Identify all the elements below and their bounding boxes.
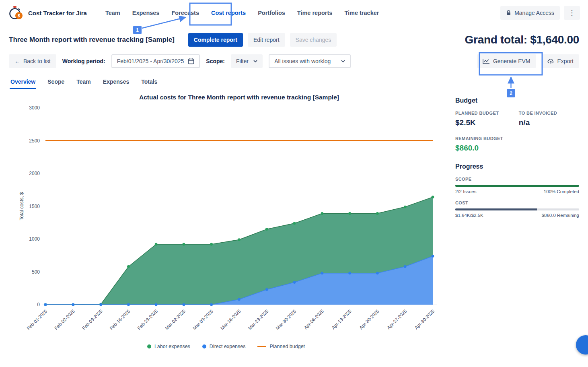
chevron-down-icon bbox=[341, 60, 345, 62]
report-actions: Complete report Edit report Save changes bbox=[188, 33, 337, 47]
to-be-invoiced-value: n/a bbox=[519, 118, 579, 127]
svg-text:Apr-06-2025: Apr-06-2025 bbox=[303, 309, 325, 330]
worklog-period-value: Feb/01/2025 - Apr/30/2025 bbox=[117, 58, 184, 64]
nav-item-time-tracker[interactable]: Time tracker bbox=[344, 10, 379, 16]
svg-text:2500: 2500 bbox=[29, 138, 40, 144]
svg-text:Mar-09-2025: Mar-09-2025 bbox=[192, 309, 214, 331]
calendar-icon bbox=[188, 58, 194, 64]
tab-team[interactable]: Team bbox=[76, 77, 92, 89]
svg-text:Feb-16-2025: Feb-16-2025 bbox=[109, 309, 131, 331]
svg-text:Actual costs for Three Month r: Actual costs for Three Month report with… bbox=[139, 94, 339, 101]
scope-progress-fill bbox=[455, 185, 579, 187]
tab-totals[interactable]: Totals bbox=[140, 77, 158, 89]
svg-text:Mar-23-2025: Mar-23-2025 bbox=[247, 309, 269, 331]
scope-label: Scope: bbox=[206, 58, 225, 64]
svg-text:Apr-30-2025: Apr-30-2025 bbox=[414, 309, 436, 330]
legend-label: Planned budget bbox=[269, 344, 305, 349]
svg-text:Feb-23-2025: Feb-23-2025 bbox=[136, 309, 158, 331]
cost-progress-right: $860.0 Remaining bbox=[542, 213, 579, 218]
remaining-budget: REMAINING BUDGET $860.0 bbox=[455, 136, 519, 153]
cost-progress: COST $1.64K/$2.5K $860.0 Remaining bbox=[455, 200, 579, 218]
cloud-export-icon bbox=[547, 58, 554, 64]
scope-progress-right: 100% Completed bbox=[544, 189, 579, 194]
svg-text:Feb-09-2025: Feb-09-2025 bbox=[81, 309, 103, 331]
nav-item-team[interactable]: Team bbox=[105, 10, 120, 16]
nav-item-forecasts[interactable]: Forecasts bbox=[171, 10, 199, 16]
page-title: Three Month report with revenue tracking… bbox=[9, 36, 175, 44]
budget-title: Budget bbox=[455, 97, 579, 104]
nav-item-time-reports[interactable]: Time reports bbox=[297, 10, 333, 16]
chart-line-icon bbox=[483, 58, 490, 64]
svg-text:Apr-20-2025: Apr-20-2025 bbox=[358, 309, 380, 330]
main-content: Actual costs for Three Month report with… bbox=[0, 89, 588, 349]
svg-text:Apr-27-2025: Apr-27-2025 bbox=[386, 309, 408, 330]
legend-item-direct-expenses[interactable]: Direct expenses bbox=[202, 344, 246, 349]
planned-budget-value: $2.5K bbox=[455, 118, 519, 127]
planned-budget-label: PLANNED BUDGET bbox=[455, 111, 519, 115]
grand-total: Grand total: $1,640.00 bbox=[465, 33, 579, 46]
save-changes-button[interactable]: Save changes bbox=[290, 33, 337, 47]
nav-item-expenses[interactable]: Expenses bbox=[132, 10, 160, 16]
generate-evm-label: Generate EVM bbox=[493, 58, 530, 64]
svg-text:Feb-01-2025: Feb-01-2025 bbox=[26, 309, 48, 331]
direct-expenses-swatch bbox=[202, 344, 206, 348]
top-bar: $ Cost Tracker for Jira TeamExpensesFore… bbox=[0, 0, 588, 26]
svg-text:1500: 1500 bbox=[29, 204, 40, 209]
budget-panel: Budget PLANNED BUDGET $2.5K TO BE INVOIC… bbox=[449, 91, 588, 349]
manage-access-button[interactable]: Manage Access bbox=[500, 6, 560, 20]
kebab-menu-button[interactable]: ⋮ bbox=[564, 6, 580, 20]
scope-progress-label: SCOPE bbox=[455, 177, 579, 181]
edit-report-button[interactable]: Edit report bbox=[248, 33, 285, 47]
report-title-row: Three Month report with revenue tracking… bbox=[0, 26, 588, 49]
planned-budget: PLANNED BUDGET $2.5K bbox=[455, 111, 519, 127]
scope-progress-bar bbox=[455, 185, 579, 187]
svg-text:3000: 3000 bbox=[29, 105, 40, 111]
report-toolbar: ← Back to list Worklog period: Feb/01/20… bbox=[0, 49, 588, 71]
header-actions: Manage Access ⋮ bbox=[500, 6, 580, 20]
back-to-list-label: Back to list bbox=[23, 58, 51, 64]
filter-select[interactable]: Filter bbox=[231, 54, 263, 68]
tab-overview[interactable]: Overview bbox=[10, 77, 36, 89]
chart-legend: Labor expensesDirect expensesPlanned bud… bbox=[3, 344, 449, 349]
svg-text:Feb-02-2025: Feb-02-2025 bbox=[53, 309, 76, 331]
complete-report-button[interactable]: Complete report bbox=[188, 33, 243, 47]
issues-scope-select[interactable]: All issues with worklog bbox=[269, 54, 351, 68]
scope-progress: SCOPE 2/2 Issues 100% Completed bbox=[455, 177, 579, 194]
svg-text:Mar-16-2025: Mar-16-2025 bbox=[220, 309, 242, 331]
svg-text:Mar-30-2025: Mar-30-2025 bbox=[275, 309, 297, 331]
issues-scope-value: All issues with worklog bbox=[274, 58, 331, 64]
stopwatch-logo-icon: $ bbox=[8, 6, 24, 20]
nav-item-cost-reports[interactable]: Cost reports bbox=[211, 10, 246, 16]
generate-evm-button[interactable]: Generate EVM bbox=[477, 54, 536, 68]
scope-progress-left: 2/2 Issues bbox=[455, 189, 476, 194]
export-label: Export bbox=[557, 58, 574, 64]
legend-label: Labor expenses bbox=[154, 344, 190, 349]
report-tabs: OverviewScopeTeamExpensesTotals bbox=[0, 71, 588, 89]
manage-access-label: Manage Access bbox=[514, 10, 554, 16]
back-to-list-button[interactable]: ← Back to list bbox=[9, 54, 56, 68]
worklog-period-input[interactable]: Feb/01/2025 - Apr/30/2025 bbox=[111, 54, 200, 68]
legend-item-planned-budget[interactable]: Planned budget bbox=[257, 344, 305, 349]
chart-area: Actual costs for Three Month report with… bbox=[3, 91, 449, 349]
cost-progress-left: $1.64K/$2.5K bbox=[455, 213, 483, 218]
tab-expenses[interactable]: Expenses bbox=[102, 77, 130, 89]
back-arrow-icon: ← bbox=[14, 58, 20, 64]
app-title: Cost Tracker for Jira bbox=[28, 10, 87, 16]
svg-text:Total costs, $: Total costs, $ bbox=[19, 192, 25, 220]
svg-text:500: 500 bbox=[32, 269, 40, 275]
remaining-budget-label: REMAINING BUDGET bbox=[455, 136, 519, 141]
export-button[interactable]: Export bbox=[542, 54, 579, 68]
nav-item-portfolios[interactable]: Portfolios bbox=[258, 10, 285, 16]
svg-text:Mar-02-2025: Mar-02-2025 bbox=[164, 309, 186, 331]
progress-title: Progress bbox=[455, 163, 579, 170]
svg-text:2000: 2000 bbox=[29, 171, 40, 176]
tab-scope[interactable]: Scope bbox=[47, 77, 65, 89]
legend-item-labor-expenses[interactable]: Labor expenses bbox=[147, 344, 190, 349]
chevron-down-icon bbox=[253, 60, 257, 62]
cost-progress-bar bbox=[455, 208, 579, 210]
worklog-period-label: Worklog period: bbox=[62, 58, 105, 64]
labor-expenses-swatch bbox=[147, 344, 151, 348]
to-be-invoiced-label: TO BE INVOICED bbox=[519, 111, 579, 115]
remaining-budget-value: $860.0 bbox=[455, 144, 519, 153]
planned-budget-swatch bbox=[257, 346, 266, 347]
